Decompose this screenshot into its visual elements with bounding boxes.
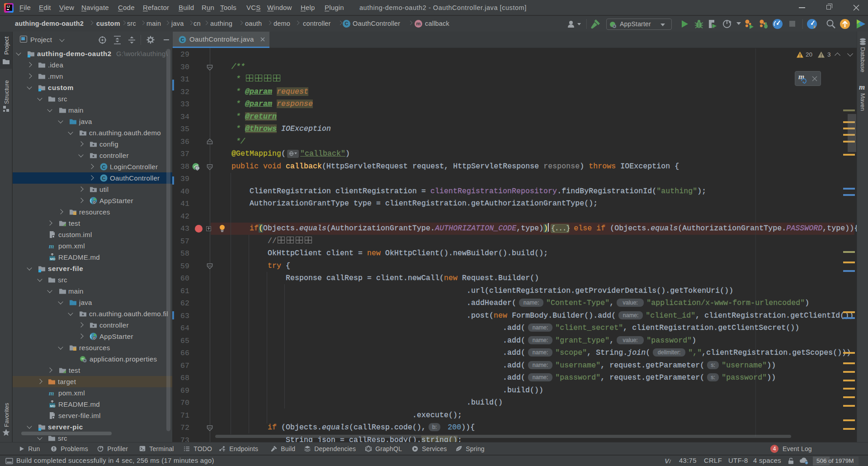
svg-text:z: z xyxy=(813,24,816,29)
